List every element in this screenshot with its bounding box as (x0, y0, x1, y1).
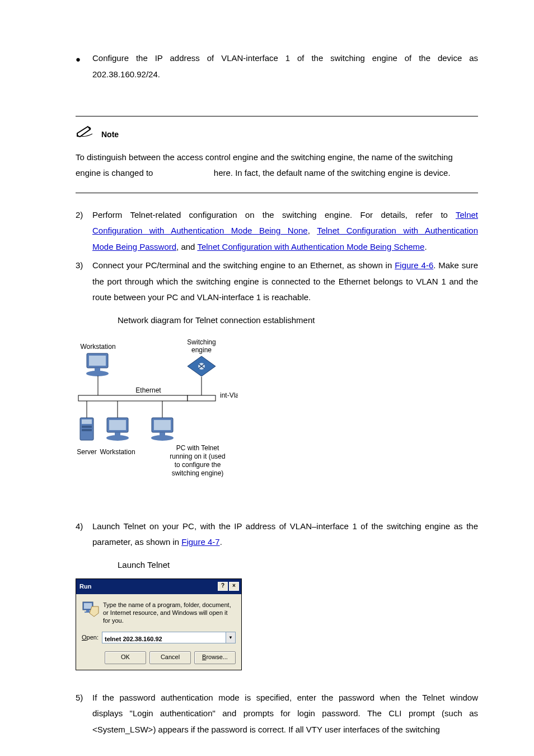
svg-text:to configure the: to configure the (175, 461, 221, 469)
link-telnet-password-cont[interactable]: Mode Being Password (92, 242, 176, 251)
label-switching-engine-1: Switching (187, 338, 216, 346)
step-text-5: If the password authentication mode is s… (92, 690, 478, 738)
link-fig-4-7[interactable]: Figure 4-7 (181, 537, 219, 547)
step-text-4: Launch Telnet on your PC, with the IP ad… (92, 519, 478, 550)
step-num-4: 4) (76, 519, 92, 535)
link-telnet-password[interactable]: Telnet Configuration with Authentication (317, 226, 478, 235)
network-diagram: Workstation Switching engine int-Vlan1 E… (76, 334, 238, 502)
bullet-dot: ● (76, 50, 92, 68)
run-dialog: Run ? × Type the name of a program, fold (76, 578, 242, 670)
run-description: Type the name of a program, folder, docu… (100, 601, 236, 625)
step-num-5: 5) (76, 690, 92, 706)
run-titlebar: Run ? × (76, 579, 241, 594)
svg-rect-7 (78, 395, 188, 401)
open-input-value: telnet 202.38.160.92 (102, 632, 226, 643)
svg-text:switching engine): switching engine) (172, 469, 224, 477)
svg-rect-30 (86, 610, 90, 612)
link-telnet-none-cont[interactable]: Configuration with Authentication Mode B… (92, 226, 308, 235)
note-body: To distinguish between the access contro… (76, 150, 478, 181)
note-icon (76, 125, 96, 145)
label-ethernet: Ethernet (135, 386, 161, 394)
note-block: Note To distinguish between the access c… (76, 116, 478, 193)
note-label: Note (101, 127, 119, 142)
label-workstation2: Workstation (100, 448, 135, 456)
step-num-3: 3) (76, 258, 92, 274)
label-int-vlan: int-Vlan1 (220, 391, 238, 399)
dropdown-icon[interactable]: ▼ (226, 632, 235, 643)
svg-point-23 (151, 435, 174, 441)
step-text-2: Perform Telnet-related configuration on … (92, 207, 478, 255)
link-telnet-none[interactable]: Telnet (456, 210, 478, 220)
svg-rect-13 (82, 419, 92, 424)
svg-point-3 (86, 371, 109, 376)
close-button[interactable]: × (229, 582, 239, 591)
step-text-3: Connect your PC/terminal and the switchi… (92, 258, 478, 306)
fig-caption-4-6: Network diagram for Telnet connection es… (118, 312, 478, 329)
run-icon (82, 601, 100, 625)
link-fig-4-6[interactable]: Figure 4-6 (395, 260, 433, 270)
ok-button[interactable]: OK (105, 651, 146, 664)
svg-text:running on it (used: running on it (used (170, 452, 225, 460)
svg-rect-17 (109, 420, 126, 430)
open-combobox[interactable]: telnet 202.38.160.92 ▼ (102, 632, 236, 643)
svg-rect-14 (82, 426, 92, 428)
svg-point-19 (106, 435, 129, 441)
run-title: Run (79, 581, 91, 592)
step-num-2: 2) (76, 207, 92, 223)
svg-rect-29 (84, 603, 92, 609)
cancel-button[interactable]: Cancel (149, 651, 191, 664)
link-telnet-scheme[interactable]: Telnet Configuration with Authentication… (197, 242, 424, 251)
svg-rect-8 (188, 395, 216, 401)
bullet-text: Configure the IP address of VLAN-interfa… (92, 50, 478, 82)
svg-text:PC with Telnet: PC with Telnet (176, 444, 219, 452)
label-switching-engine-2: engine (191, 346, 212, 354)
label-workstation: Workstation (80, 343, 115, 351)
open-label: Open: (82, 632, 102, 643)
svg-rect-15 (82, 429, 92, 431)
help-button[interactable]: ? (218, 582, 228, 591)
svg-rect-21 (154, 420, 171, 430)
fig-caption-4-7: Launch Telnet (118, 557, 478, 573)
label-server: Server (77, 448, 96, 456)
browse-button[interactable]: Browse... (194, 651, 236, 664)
svg-rect-1 (89, 356, 106, 366)
